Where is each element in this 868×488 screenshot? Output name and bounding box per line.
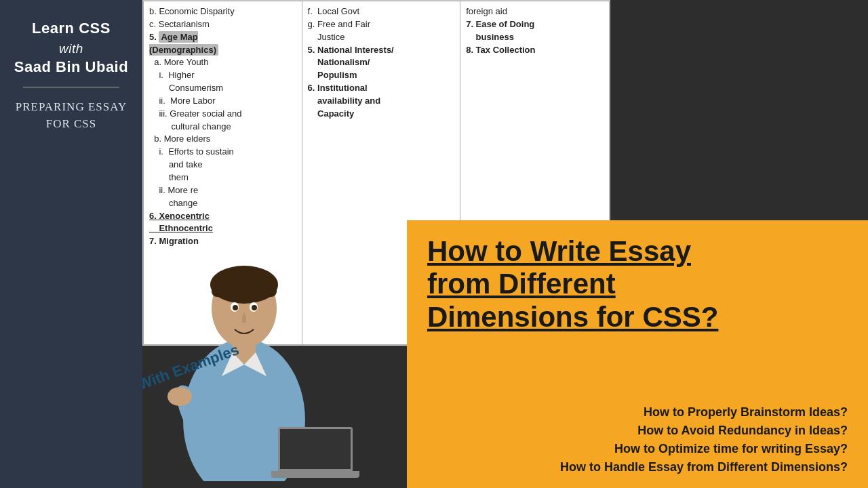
subtitle-line1: Preparing Essay: [16, 100, 127, 113]
institutional-label: 6. Institutional availability and Capaci…: [308, 83, 381, 119]
laptop-area: [271, 427, 359, 488]
sub-questions: How to Properly Brainstorm Ideas? How to…: [427, 405, 848, 474]
doc-col2-content: f. Local Govt g. Free and Fair Justice 5…: [308, 5, 455, 121]
svg-point-8: [167, 387, 192, 406]
doc-col3-content: foreign aid 7. Ease of Doing business 8.…: [466, 5, 604, 56]
sidebar-line3: Saad Bin Ubaid: [14, 58, 128, 75]
sidebar-subtitle: Preparing Essay for CSS: [16, 98, 127, 133]
laptop-screen: [278, 427, 353, 471]
age-map-label: 5. Age Map(Demographics): [149, 31, 218, 56]
svg-point-13: [252, 305, 257, 310]
main-title: How to Write Essay from Different Dimens…: [427, 235, 848, 333]
yellow-panel: How to Write Essay from Different Dimens…: [407, 220, 868, 488]
main-title-line3: Dimensions for CSS?: [427, 301, 718, 333]
svg-point-12: [233, 305, 238, 310]
ease-doing-label: 7. Ease of Doing business: [466, 19, 534, 42]
sidebar-divider: [23, 87, 119, 87]
sub-question-2: How to Avoid Redundancy in Ideas?: [637, 424, 848, 438]
subtitle-line2: for CSS: [46, 117, 97, 130]
main-title-line2: from Different: [427, 268, 616, 300]
svg-rect-3: [212, 277, 277, 297]
sub-question-3: How to Optimize time for writing Essay?: [614, 442, 848, 456]
sub-question-4: How to Handle Essay from Different Dimen…: [560, 460, 848, 474]
main-content: b. Economic Disparity c. Sectarianism 5.…: [142, 0, 868, 488]
national-interests-label: 5. National Interests/ Nationalism/ Popu…: [308, 45, 394, 81]
sidebar-line1: Learn CSS: [32, 20, 111, 37]
tax-collection-label: 8. Tax Collection: [466, 45, 535, 55]
sidebar-title: Learn CSS with Saad Bin Ubaid: [14, 19, 128, 77]
laptop-base: [271, 471, 359, 478]
sub-question-1: How to Properly Brainstorm Ideas?: [644, 405, 848, 420]
sidebar-line2: with: [59, 41, 83, 56]
sidebar: Learn CSS with Saad Bin Ubaid Preparing …: [0, 0, 142, 488]
main-title-line1: How to Write Essay: [427, 235, 691, 267]
